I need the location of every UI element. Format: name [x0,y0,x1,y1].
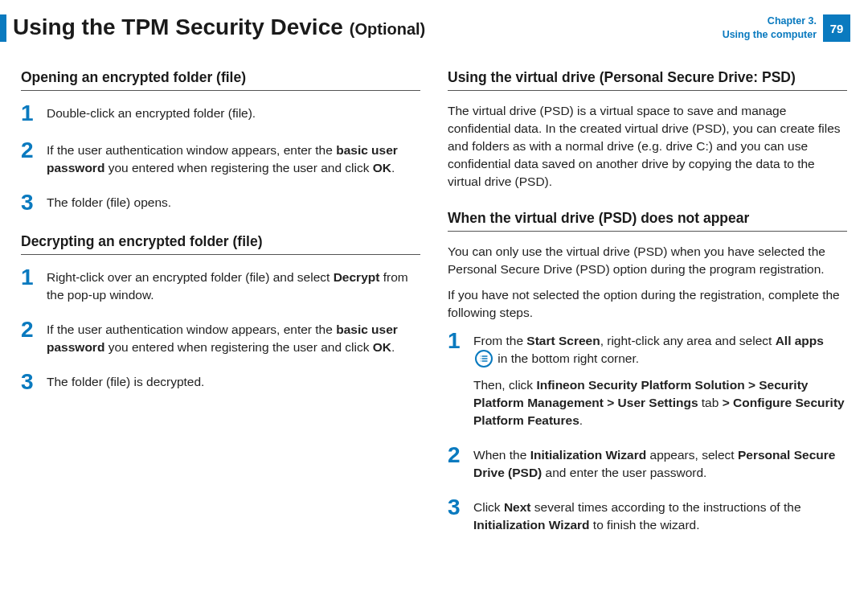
chapter-info: Chapter 3. Using the computer [723,14,817,42]
step-number: 2 [448,444,464,466]
page-title-optional: (Optional) [350,20,425,39]
body-text: The virtual drive (PSD) is a virtual spa… [448,102,847,191]
step-item: 2 If the user authentication window appe… [21,318,420,356]
section-heading-psd-missing: When the virtual drive (PSD) does not ap… [448,210,847,232]
body-text: You can only use the virtual drive (PSD)… [448,243,847,278]
step-number: 1 [21,266,37,289]
step-number: 3 [448,496,464,519]
step-item: 1 Right-click over an encrypted folder (… [21,266,420,304]
step-text: If the user authentication window appear… [47,321,420,356]
body-text: If you have not selected the option duri… [448,286,847,322]
step-item: 3 The folder (file) is decrypted. [21,371,420,393]
step-item: 2 If the user authentication window appe… [21,139,420,177]
chapter-line2: Using the computer [723,28,817,42]
header-right: Chapter 3. Using the computer 79 [723,14,850,42]
step-item: 1 From the Start Screen, right-click any… [448,330,847,429]
step-text: If the user authentication window appear… [47,142,420,177]
step-body: When the Initialization Wizard appears, … [473,444,847,482]
step-body: The folder (file) is decrypted. [47,371,204,391]
step-text: Right-click over an encrypted folder (fi… [47,269,420,304]
right-column: Using the virtual drive (Personal Secure… [448,63,847,548]
step-body: If the user authentication window appear… [47,318,420,356]
step-item: 2 When the Initialization Wizard appears… [448,444,847,482]
left-column: Opening an encrypted folder (file) 1 Dou… [21,63,420,548]
all-apps-icon [475,350,493,368]
step-text: From the Start Screen, right-click any a… [473,332,847,368]
step-text: Double-click an encrypted folder (file). [47,105,256,122]
step-text: When the Initialization Wizard appears, … [473,446,847,482]
step-text: Click Next several times according to th… [473,499,847,534]
step-number: 1 [448,330,464,352]
step-body: Double-click an encrypted folder (file). [47,102,256,122]
step-number: 3 [21,191,37,214]
step-text: The folder (file) opens. [47,194,171,211]
page-header: Using the TPM Security Device (Optional)… [0,0,868,48]
section-heading-opening: Opening an encrypted folder (file) [21,69,420,91]
step-body: Click Next several times according to th… [473,496,847,534]
step-number: 2 [21,318,37,341]
step-body: From the Start Screen, right-click any a… [473,330,847,429]
page-number: 79 [823,14,850,42]
accent-bar [0,14,6,42]
step-number: 2 [21,139,37,162]
step-text: Then, click Infineon Security Platform S… [473,376,847,429]
step-item: 3 The folder (file) opens. [21,191,420,214]
page-title: Using the TPM Security Device [13,14,343,40]
content-columns: Opening an encrypted folder (file) 1 Dou… [0,48,868,548]
step-text: The folder (file) is decrypted. [47,373,204,391]
title-bar: Using the TPM Security Device (Optional) [13,14,425,40]
section-heading-decrypting: Decrypting an encrypted folder (file) [21,233,420,255]
step-body: Right-click over an encrypted folder (fi… [47,266,420,304]
step-item: 3 Click Next several times according to … [448,496,847,534]
step-number: 3 [21,371,37,393]
step-item: 1 Double-click an encrypted folder (file… [21,102,420,125]
step-body: If the user authentication window appear… [47,139,420,177]
step-number: 1 [21,102,37,125]
chapter-line1: Chapter 3. [723,14,817,28]
step-body: The folder (file) opens. [47,191,171,211]
section-heading-psd: Using the virtual drive (Personal Secure… [448,69,847,91]
